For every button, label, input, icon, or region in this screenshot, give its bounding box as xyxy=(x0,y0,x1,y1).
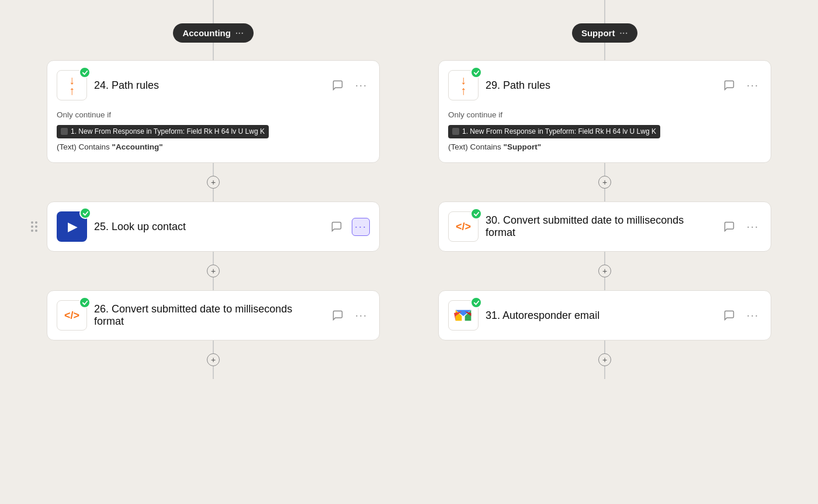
step-30-title: 30. Convert submitted date to millisecon… xyxy=(486,214,714,239)
support-label: Support xyxy=(581,28,615,38)
condition-label-29: Only continue if xyxy=(448,109,761,121)
step-24-card: ↓ ↑ 24. Path rules ··· xyxy=(47,60,380,163)
step-30-icon-wrap: </> xyxy=(448,211,479,242)
comment-icon-29[interactable] xyxy=(721,77,737,93)
support-dots: ··· xyxy=(619,29,628,38)
drag-handle-25[interactable] xyxy=(31,221,37,232)
check-badge-30 xyxy=(470,208,482,220)
check-badge-25 xyxy=(79,207,91,219)
accounting-branch-pill[interactable]: Accounting ··· xyxy=(173,23,253,43)
code-icon-30: </> xyxy=(456,221,471,233)
typeform-tag-29: 1. New From Response in Typeform: Field … xyxy=(448,125,660,138)
more-icon-31[interactable]: ··· xyxy=(744,307,761,324)
path-rules-icon-29: ↓ ↑ xyxy=(460,74,466,96)
check-badge-26 xyxy=(79,297,91,308)
step-31-title: 31. Autoresponder email xyxy=(486,310,714,322)
more-icon-24[interactable]: ··· xyxy=(353,77,370,94)
step-30-card: </> 30. Convert submitted date to millis… xyxy=(438,201,771,252)
add-button-25-26[interactable]: + xyxy=(207,265,220,277)
check-badge-29 xyxy=(470,67,482,78)
lookup-icon-25: ▶ xyxy=(68,220,77,234)
step-24-title: 24. Path rules xyxy=(94,79,323,92)
lookup-icon-wrap-25: ▶ xyxy=(57,211,87,242)
step-24-body: Only continue if 1. New From Response in… xyxy=(57,109,370,153)
more-icon-30[interactable]: ··· xyxy=(744,218,761,235)
gmail-icon-31 xyxy=(454,308,473,322)
support-branch-pill[interactable]: Support ··· xyxy=(572,23,637,43)
typeform-tag-24: 1. New From Response in Typeform: Field … xyxy=(57,125,269,138)
condition-text-24: (Text) Contains "Accounting" xyxy=(57,141,370,154)
step-29-card: ↓ ↑ 29. Path rules ··· xyxy=(438,60,771,163)
add-button-29-30[interactable]: + xyxy=(598,176,611,189)
step-24-icon-wrap: ↓ ↑ xyxy=(57,70,87,100)
more-icon-26[interactable]: ··· xyxy=(353,307,370,324)
check-badge-31 xyxy=(470,297,482,308)
comment-icon-30[interactable] xyxy=(721,218,737,235)
comment-icon-31[interactable] xyxy=(721,307,737,324)
step-29-icon-wrap: ↓ ↑ xyxy=(448,70,479,100)
check-badge-24 xyxy=(79,67,91,78)
add-button-26-bottom[interactable]: + xyxy=(207,353,220,366)
step-31-card: 31. Autoresponder email ··· xyxy=(438,290,771,340)
step-25-card: ▶ 25. Look up contact ··· xyxy=(47,201,380,252)
add-button-31-bottom[interactable]: + xyxy=(598,353,611,366)
code-icon-26: </> xyxy=(64,310,79,322)
step-25-title: 25. Look up contact xyxy=(94,221,321,233)
add-button-30-31[interactable]: + xyxy=(598,265,611,277)
add-button-24-25[interactable]: + xyxy=(207,176,220,189)
more-icon-25[interactable]: ··· xyxy=(352,218,370,236)
comment-icon-26[interactable] xyxy=(330,307,346,324)
path-rules-icon: ↓ ↑ xyxy=(69,74,75,96)
comment-icon-25[interactable] xyxy=(328,218,345,235)
gmail-icon-wrap-31 xyxy=(448,300,479,331)
step-29-body: Only continue if 1. New From Response in… xyxy=(448,109,761,153)
comment-icon-24[interactable] xyxy=(330,77,346,93)
step-26-card: </> 26. Convert submitted date to millis… xyxy=(47,290,380,340)
accounting-dots: ··· xyxy=(235,29,244,38)
step-26-icon-wrap: </> xyxy=(57,300,87,331)
condition-label-24: Only continue if xyxy=(57,109,370,121)
more-icon-29[interactable]: ··· xyxy=(744,77,761,94)
step-29-title: 29. Path rules xyxy=(486,79,714,92)
step-26-title: 26. Convert submitted date to millisecon… xyxy=(94,303,323,328)
condition-text-29: (Text) Contains "Support" xyxy=(448,141,761,154)
accounting-label: Accounting xyxy=(182,28,231,38)
